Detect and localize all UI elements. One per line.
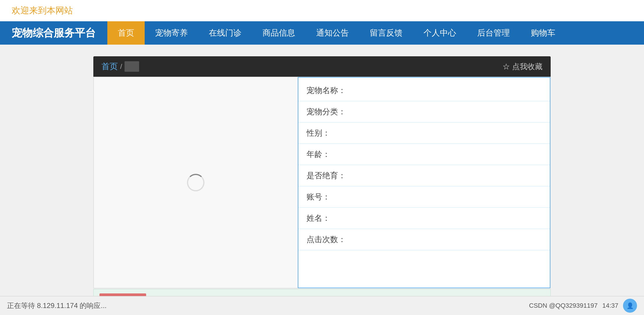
nav-item-clinic[interactable]: 在线门诊	[198, 21, 252, 45]
loading-spinner	[187, 174, 204, 191]
status-right: CSDN @QQ329391197 14:37 👤	[529, 299, 637, 313]
star-icon: ☆	[503, 62, 510, 71]
nav-brand: 宠物综合服务平台	[0, 21, 107, 45]
pet-detail-container: 宠物名称： 宠物分类： 性别： 年龄： 是否绝育： 账号：	[93, 77, 551, 288]
bookmark-button[interactable]: ☆ 点我收藏	[503, 62, 542, 72]
pet-category-label: 宠物分类：	[307, 106, 353, 117]
main-content: 首页 / ☆ 点我收藏 宠物名称： 宠物分类： 性别：	[0, 45, 644, 315]
nav-item-merchandise[interactable]: 商品信息	[252, 21, 306, 45]
breadcrumb-left: 首页 /	[102, 61, 139, 72]
nav-item-admin[interactable]: 后台管理	[467, 21, 520, 45]
pet-info-row-name: 宠物名称：	[298, 80, 550, 101]
pet-neutered-label: 是否绝育：	[307, 170, 353, 181]
pet-image-area	[94, 77, 298, 288]
pet-gender-label: 性别：	[307, 128, 353, 138]
nav-item-feedback[interactable]: 留言反馈	[359, 21, 413, 45]
nav-item-cart[interactable]: 购物车	[520, 21, 566, 45]
pet-info-row-account: 账号：	[298, 186, 550, 208]
navbar: 宠物综合服务平台 首页 宠物寄养 在线门诊 商品信息 通知公告 留言反馈 个人中…	[0, 21, 644, 45]
pet-owner-label: 姓名：	[307, 213, 353, 223]
status-time: 14:37	[602, 302, 618, 309]
pet-info-row-owner: 姓名：	[298, 208, 550, 229]
nav-item-fostering[interactable]: 宠物寄养	[145, 21, 198, 45]
nav-item-notice[interactable]: 通知公告	[306, 21, 359, 45]
pet-info-row-age: 年龄：	[298, 144, 550, 165]
csdn-badge: CSDN @QQ329391197	[529, 302, 598, 309]
breadcrumb-home-link[interactable]: 首页	[102, 61, 118, 72]
nav-item-personal[interactable]: 个人中心	[413, 21, 467, 45]
breadcrumb-bar: 首页 / ☆ 点我收藏	[93, 56, 551, 77]
status-bar: 正在等待 8.129.11.174 的响应... CSDN @QQ3293911…	[0, 296, 644, 315]
welcome-text: 欢迎来到本网站	[12, 6, 73, 15]
avatar-icon: 👤	[626, 302, 634, 309]
bookmark-label: 点我收藏	[512, 62, 542, 72]
pet-clicks-label: 点击次数：	[307, 234, 353, 245]
pet-age-label: 年龄：	[307, 149, 353, 160]
breadcrumb-separator: /	[120, 62, 122, 71]
pet-info-row-category: 宠物分类：	[298, 101, 550, 123]
pet-info-row-neutered: 是否绝育：	[298, 165, 550, 186]
pet-info-spacer	[298, 250, 550, 285]
nav-item-home[interactable]: 首页	[107, 21, 145, 45]
pet-account-label: 账号：	[307, 192, 353, 202]
pet-info-row-clicks: 点击次数：	[298, 229, 550, 250]
breadcrumb-current	[125, 61, 139, 72]
welcome-bar: 欢迎来到本网站	[0, 0, 644, 21]
pet-info-row-gender: 性别：	[298, 123, 550, 144]
avatar[interactable]: 👤	[623, 299, 637, 313]
status-waiting-text: 正在等待 8.129.11.174 的响应...	[7, 301, 106, 310]
pet-info-area: 宠物名称： 宠物分类： 性别： 年龄： 是否绝育： 账号：	[298, 77, 550, 288]
pet-name-label: 宠物名称：	[307, 85, 353, 96]
